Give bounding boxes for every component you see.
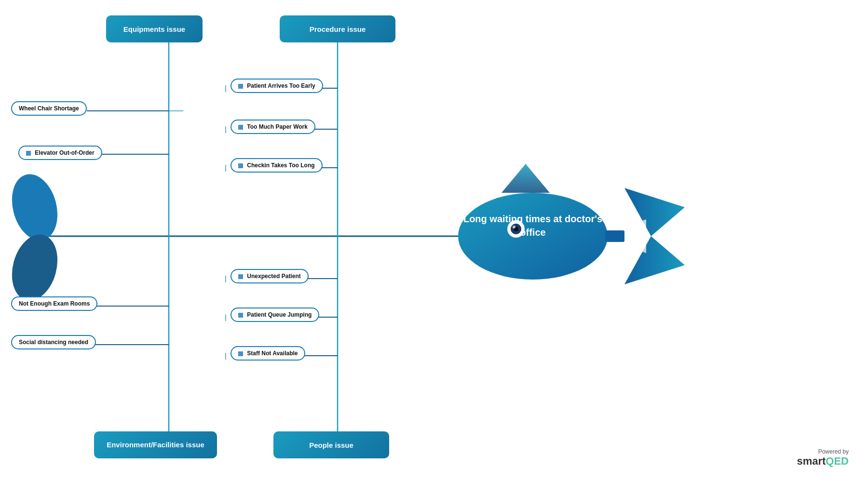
- svg-marker-27: [624, 219, 646, 229]
- cause-arrives-early: Patient Arrives Too Early: [231, 79, 323, 93]
- cause-unexpected: Unexpected Patient: [231, 269, 309, 283]
- brand-qed: QED: [826, 455, 849, 467]
- svg-rect-25: [605, 230, 624, 242]
- brand-logo: smartQED: [797, 455, 849, 468]
- category-environment: Environment/Facilities issue: [94, 431, 217, 458]
- powered-by-label: Powered by: [797, 448, 849, 455]
- brand-smart: smart: [797, 455, 826, 467]
- svg-point-24: [458, 193, 608, 280]
- cause-checkin: Checkin Takes Too Long: [231, 158, 323, 173]
- queue-icon: [238, 313, 243, 318]
- svg-marker-28: [624, 243, 646, 253]
- category-people: People issue: [273, 431, 389, 458]
- paperwork-icon: [238, 125, 243, 130]
- category-procedure: Procedure issue: [280, 15, 395, 42]
- staff-icon: [238, 351, 243, 356]
- cause-queue-jumping: Patient Queue Jumping: [231, 308, 319, 322]
- cause-staff: Staff Not Available: [231, 346, 305, 361]
- svg-marker-29: [502, 164, 550, 193]
- checkin-icon: [238, 163, 243, 168]
- cause-wheelchair: Wheel Chair Shortage: [11, 101, 87, 116]
- svg-point-30: [5, 169, 64, 246]
- cause-elevator: Elevator Out-of-Order: [18, 146, 102, 160]
- powered-by-section: Powered by smartQED: [797, 448, 849, 468]
- category-equipments: Equipments issue: [106, 15, 203, 42]
- cause-exam-rooms: Not Enough Exam Rooms: [11, 296, 97, 311]
- cause-social-distancing: Social distancing needed: [11, 335, 96, 349]
- elevator-icon: [26, 151, 31, 156]
- svg-point-35: [513, 226, 515, 228]
- early-icon: [238, 84, 243, 89]
- svg-marker-26: [624, 188, 685, 284]
- unexpected-icon: [238, 274, 243, 279]
- cause-paperwork: Too Much Paper Work: [231, 120, 315, 134]
- svg-point-31: [5, 229, 64, 306]
